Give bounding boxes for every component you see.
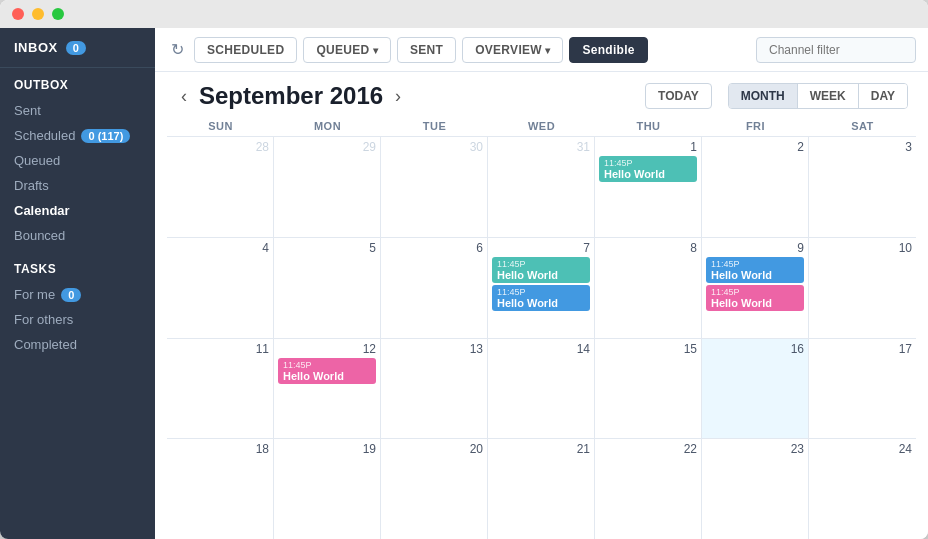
day-header-sun: SUN bbox=[167, 116, 274, 136]
close-dot[interactable] bbox=[12, 8, 24, 20]
month-view-button[interactable]: MONTH bbox=[729, 84, 798, 108]
day-header-mon: MON bbox=[274, 116, 381, 136]
calendar-event[interactable]: 11:45P Hello World bbox=[492, 285, 590, 311]
today-button[interactable]: TODAY bbox=[645, 83, 712, 109]
sent-button[interactable]: SENT bbox=[397, 37, 456, 63]
channel-filter-input[interactable] bbox=[756, 37, 916, 63]
cal-cell[interactable]: 19 bbox=[274, 439, 381, 539]
inbox-label: INBOX bbox=[14, 40, 58, 55]
day-header-tue: TUE bbox=[381, 116, 488, 136]
cal-cell[interactable]: 10 bbox=[809, 238, 916, 338]
outbox-title: OUTBOX bbox=[14, 78, 141, 92]
sidebar-item-bounced[interactable]: Bounced bbox=[14, 223, 141, 248]
queued-label: Queued bbox=[14, 153, 60, 168]
calendar-event[interactable]: 11:45P Hello World bbox=[278, 358, 376, 384]
scheduled-badge: 0 (117) bbox=[81, 129, 130, 143]
day-view-button[interactable]: DAY bbox=[859, 84, 907, 108]
calendar-event[interactable]: 11:45P Hello World bbox=[706, 257, 804, 283]
minimize-dot[interactable] bbox=[32, 8, 44, 20]
week-1: 28 29 30 31 1 11:45P Hello World 2 3 bbox=[167, 136, 916, 237]
overview-button[interactable]: OVERVIEW bbox=[462, 37, 563, 63]
queued-button[interactable]: QUEUED bbox=[303, 37, 391, 63]
top-nav: ↻ SCHEDULED QUEUED SENT OVERVIEW Sendibl… bbox=[155, 28, 928, 72]
days-header: SUN MON TUE WED THU FRI SAT bbox=[159, 116, 924, 136]
sendible-button[interactable]: Sendible bbox=[569, 37, 647, 63]
maximize-dot[interactable] bbox=[52, 8, 64, 20]
for-me-label: For me bbox=[14, 287, 55, 302]
day-header-thu: THU bbox=[595, 116, 702, 136]
sidebar-item-completed[interactable]: Completed bbox=[14, 332, 141, 357]
cal-cell[interactable]: 13 bbox=[381, 339, 488, 439]
cal-cell[interactable]: 12 11:45P Hello World bbox=[274, 339, 381, 439]
cal-cell[interactable]: 24 bbox=[809, 439, 916, 539]
cal-cell-today[interactable]: 16 bbox=[702, 339, 809, 439]
drafts-label: Drafts bbox=[14, 178, 49, 193]
day-header-wed: WED bbox=[488, 116, 595, 136]
cal-cell[interactable]: 5 bbox=[274, 238, 381, 338]
calendar-label: Calendar bbox=[14, 203, 70, 218]
titlebar bbox=[0, 0, 928, 28]
calendar-event[interactable]: 11:45P Hello World bbox=[706, 285, 804, 311]
inbox-section: INBOX 0 bbox=[0, 28, 155, 68]
sent-label: Sent bbox=[14, 103, 41, 118]
calendar-grid: 28 29 30 31 1 11:45P Hello World 2 3 bbox=[159, 136, 924, 539]
cal-cell[interactable]: 9 11:45P Hello World 11:45P Hello World bbox=[702, 238, 809, 338]
cal-cell[interactable]: 21 bbox=[488, 439, 595, 539]
completed-label: Completed bbox=[14, 337, 77, 352]
inbox-badge: 0 bbox=[66, 41, 87, 55]
scheduled-label: Scheduled bbox=[14, 128, 75, 143]
scheduled-button[interactable]: SCHEDULED bbox=[194, 37, 297, 63]
prev-month-button[interactable]: ‹ bbox=[175, 86, 193, 107]
week-4: 18 19 20 21 22 23 24 bbox=[167, 438, 916, 539]
cal-cell[interactable]: 30 bbox=[381, 137, 488, 237]
tasks-section: TASKS For me 0 For others Completed bbox=[0, 252, 155, 361]
for-others-label: For others bbox=[14, 312, 73, 327]
calendar-event[interactable]: 11:45P Hello World bbox=[492, 257, 590, 283]
calendar: ‹ September 2016 › TODAY MONTH WEEK DAY bbox=[155, 72, 928, 539]
sidebar-item-queued[interactable]: Queued bbox=[14, 148, 141, 173]
sidebar-item-calendar[interactable]: Calendar bbox=[14, 198, 141, 223]
bounced-label: Bounced bbox=[14, 228, 65, 243]
sidebar-item-sent[interactable]: Sent bbox=[14, 98, 141, 123]
calendar-event[interactable]: 11:45P Hello World bbox=[599, 156, 697, 182]
week-view-button[interactable]: WEEK bbox=[798, 84, 859, 108]
sidebar-item-scheduled[interactable]: Scheduled 0 (117) bbox=[14, 123, 141, 148]
cal-cell[interactable]: 1 11:45P Hello World bbox=[595, 137, 702, 237]
cal-cell[interactable]: 18 bbox=[167, 439, 274, 539]
cal-cell[interactable]: 22 bbox=[595, 439, 702, 539]
cal-cell[interactable]: 14 bbox=[488, 339, 595, 439]
cal-cell[interactable]: 6 bbox=[381, 238, 488, 338]
cal-cell[interactable]: 11 bbox=[167, 339, 274, 439]
sidebar: INBOX 0 OUTBOX Sent Scheduled 0 (117) Qu… bbox=[0, 28, 155, 539]
cal-cell[interactable]: 2 bbox=[702, 137, 809, 237]
week-2: 4 5 6 7 11:45P Hello World 11:45P Hello bbox=[167, 237, 916, 338]
main-content: ↻ SCHEDULED QUEUED SENT OVERVIEW Sendibl… bbox=[155, 28, 928, 539]
day-header-fri: FRI bbox=[702, 116, 809, 136]
sidebar-item-for-others[interactable]: For others bbox=[14, 307, 141, 332]
calendar-header: ‹ September 2016 › TODAY MONTH WEEK DAY bbox=[159, 72, 924, 116]
cal-cell[interactable]: 17 bbox=[809, 339, 916, 439]
sidebar-item-for-me[interactable]: For me 0 bbox=[14, 282, 141, 307]
cal-cell[interactable]: 3 bbox=[809, 137, 916, 237]
calendar-title: September 2016 bbox=[199, 82, 383, 110]
cal-cell[interactable]: 15 bbox=[595, 339, 702, 439]
sidebar-item-drafts[interactable]: Drafts bbox=[14, 173, 141, 198]
cal-cell[interactable]: 7 11:45P Hello World 11:45P Hello World bbox=[488, 238, 595, 338]
cal-cell[interactable]: 20 bbox=[381, 439, 488, 539]
next-month-button[interactable]: › bbox=[389, 86, 407, 107]
cal-cell[interactable]: 23 bbox=[702, 439, 809, 539]
app-window: INBOX 0 OUTBOX Sent Scheduled 0 (117) Qu… bbox=[0, 0, 928, 539]
tasks-title: TASKS bbox=[14, 262, 141, 276]
cal-cell[interactable]: 29 bbox=[274, 137, 381, 237]
cal-cell[interactable]: 8 bbox=[595, 238, 702, 338]
cal-cell[interactable]: 4 bbox=[167, 238, 274, 338]
view-toggle: MONTH WEEK DAY bbox=[728, 83, 908, 109]
week-3: 11 12 11:45P Hello World 13 14 15 16 1 bbox=[167, 338, 916, 439]
day-header-sat: SAT bbox=[809, 116, 916, 136]
for-me-badge: 0 bbox=[61, 288, 81, 302]
refresh-button[interactable]: ↻ bbox=[167, 36, 188, 63]
inbox-row[interactable]: INBOX 0 bbox=[14, 40, 141, 55]
outbox-section: OUTBOX Sent Scheduled 0 (117) Queued Dra… bbox=[0, 68, 155, 252]
cal-cell[interactable]: 31 bbox=[488, 137, 595, 237]
cal-cell[interactable]: 28 bbox=[167, 137, 274, 237]
